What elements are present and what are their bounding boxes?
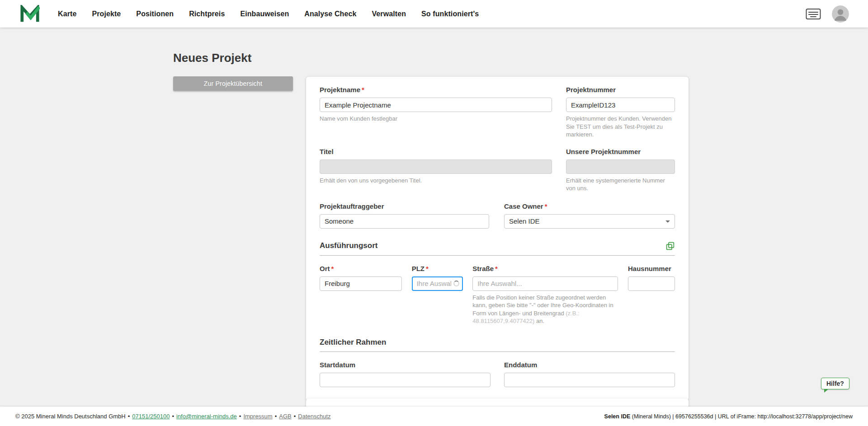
field-startdatum: Startdatum — [320, 361, 491, 387]
keyboard-icon[interactable] — [806, 8, 821, 20]
required-asterisk: * — [362, 86, 364, 94]
footer-separator: • — [239, 413, 241, 420]
row-projektname-projektnummer: Projektname* Name vom Kunden festlegbar … — [320, 86, 675, 139]
nav-items: Karte Projekte Positionen Richtpreis Ein… — [58, 10, 479, 18]
case-owner-selected-value: Selen IDE — [509, 217, 540, 225]
startdatum-label: Startdatum — [320, 361, 491, 369]
person-icon — [832, 5, 849, 23]
projektname-input[interactable] — [320, 98, 552, 112]
footer: © 2025 Mineral Minds Deutschland GmbH • … — [0, 407, 868, 426]
strasse-input[interactable] — [472, 276, 618, 291]
copy-icon[interactable] — [665, 241, 675, 251]
section-zeitlicher-rahmen-header: Zeitlicher Rahmen — [320, 338, 675, 347]
projektauftraggeber-input[interactable] — [320, 214, 489, 229]
field-projektname: Projektname* Name vom Kunden festlegbar — [320, 86, 552, 139]
strasse-label: Straße* — [472, 265, 618, 273]
top-nav: Karte Projekte Positionen Richtpreis Ein… — [0, 0, 868, 28]
nav-item-analyse-check[interactable]: Analyse Check — [304, 10, 356, 18]
projektauftraggeber-label: Projektauftraggeber — [320, 202, 489, 211]
help-button[interactable]: Hilfe? — [821, 378, 849, 389]
nav-item-einbauweisen[interactable]: Einbauweisen — [240, 10, 289, 18]
unsere-projektnummer-helper: Erhält eine systemgenerierte Nummer von … — [566, 177, 675, 192]
footer-agb-link[interactable]: AGB — [279, 413, 291, 420]
nav-item-karte[interactable]: Karte — [58, 10, 76, 18]
unsere-projektnummer-label: Unsere Projektnummer — [566, 148, 675, 156]
row-adresse: Ort* PLZ* Straße* Falls die Position — [320, 265, 675, 325]
row-titel-unsere-projektnummer: Titel Erhält den von uns vorgegebenen Ti… — [320, 148, 675, 192]
hausnummer-input[interactable] — [628, 276, 675, 291]
chevron-down-icon — [665, 220, 670, 223]
section-divider — [320, 351, 675, 352]
back-to-project-overview-button[interactable]: Zur Projektübersicht — [173, 76, 293, 91]
field-unsere-projektnummer: Unsere Projektnummer Erhält eine systemg… — [566, 148, 675, 192]
field-projektauftraggeber: Projektauftraggeber — [320, 202, 489, 229]
ort-label: Ort* — [320, 265, 402, 273]
section-title-ausfuehrungsort: Ausführungsort — [320, 241, 377, 250]
required-asterisk: * — [545, 202, 547, 210]
footer-session-details: (Mineral Minds) | 69576255536d | URL of … — [630, 413, 853, 420]
projektnummer-input[interactable] — [566, 98, 675, 112]
enddatum-input[interactable] — [504, 373, 675, 387]
ort-input[interactable] — [320, 276, 402, 291]
plz-label: PLZ* — [412, 265, 463, 273]
row-auftraggeber-caseowner: Projektauftraggeber Case Owner* Selen ID… — [320, 202, 675, 229]
enddatum-label: Enddatum — [504, 361, 675, 369]
footer-email-link[interactable]: info@mineral-minds.de — [176, 413, 237, 420]
section-ausfuehrungsort-header: Ausführungsort — [320, 241, 675, 251]
case-owner-label: Case Owner* — [504, 202, 675, 211]
required-asterisk: * — [426, 265, 429, 272]
field-projektnummer: Projektnummer Projektnummer des Kunden. … — [566, 86, 675, 139]
page-title: Neues Projekt — [173, 51, 251, 65]
section-divider — [320, 255, 675, 256]
nav-item-positionen[interactable]: Positionen — [136, 10, 174, 18]
loading-spinner-icon — [453, 281, 459, 286]
projektnummer-helper: Projektnummer des Kunden. Verwenden Sie … — [566, 115, 675, 139]
mineral-minds-logo[interactable] — [20, 5, 40, 23]
projektname-label: Projektname* — [320, 86, 552, 94]
startdatum-input[interactable] — [320, 373, 491, 387]
footer-copyright: © 2025 Mineral Minds Deutschland GmbH — [15, 413, 126, 420]
projektnummer-label: Projektnummer — [566, 86, 675, 94]
required-asterisk: * — [495, 265, 498, 272]
new-project-form-card: Projektname* Name vom Kunden festlegbar … — [306, 77, 689, 401]
footer-separator: • — [172, 413, 174, 420]
field-hausnummer: Hausnummer — [628, 265, 675, 325]
nav-item-projekte[interactable]: Projekte — [92, 10, 121, 18]
titel-input — [320, 159, 552, 174]
field-titel: Titel Erhält den von uns vorgegebenen Ti… — [320, 148, 552, 192]
footer-session-info: Selen IDE (Mineral Minds) | 69576255536d… — [604, 413, 853, 420]
nav-right — [806, 5, 849, 23]
footer-separator: • — [275, 413, 277, 420]
section-title-zeitlicher-rahmen: Zeitlicher Rahmen — [320, 338, 386, 347]
titel-label: Titel — [320, 148, 552, 156]
footer-left: © 2025 Mineral Minds Deutschland GmbH • … — [15, 413, 331, 420]
nav-item-richtpreis[interactable]: Richtpreis — [189, 10, 225, 18]
field-ort: Ort* — [320, 265, 402, 325]
field-plz: PLZ* — [412, 265, 463, 325]
footer-separator: • — [294, 413, 296, 420]
footer-separator: • — [128, 413, 130, 420]
field-enddatum: Enddatum — [504, 361, 675, 387]
case-owner-select[interactable]: Selen IDE — [504, 214, 675, 229]
hausnummer-label: Hausnummer — [628, 265, 675, 273]
user-avatar[interactable] — [832, 5, 849, 23]
required-asterisk: * — [331, 265, 334, 272]
projektname-helper: Name vom Kunden festlegbar — [320, 115, 552, 123]
nav-item-so-funktionierts[interactable]: So funktioniert's — [421, 10, 479, 18]
nav-item-verwalten[interactable]: Verwalten — [372, 10, 406, 18]
footer-datenschutz-link[interactable]: Datenschutz — [298, 413, 330, 420]
field-case-owner: Case Owner* Selen IDE — [504, 202, 675, 229]
footer-phone-link[interactable]: 07151/250100 — [132, 413, 170, 420]
logo-m-icon — [20, 5, 40, 23]
footer-session-user: Selen IDE — [604, 413, 631, 420]
titel-helper: Erhält den von uns vorgegebenen Titel. — [320, 177, 552, 185]
unsere-projektnummer-input — [566, 159, 675, 174]
field-strasse: Straße* Falls die Position keiner Straße… — [472, 265, 618, 325]
footer-impressum-link[interactable]: Impressum — [243, 413, 272, 420]
strasse-helper: Falls die Position keiner Straße zugeord… — [472, 294, 618, 325]
row-zeitraum: Startdatum Enddatum — [320, 361, 675, 387]
